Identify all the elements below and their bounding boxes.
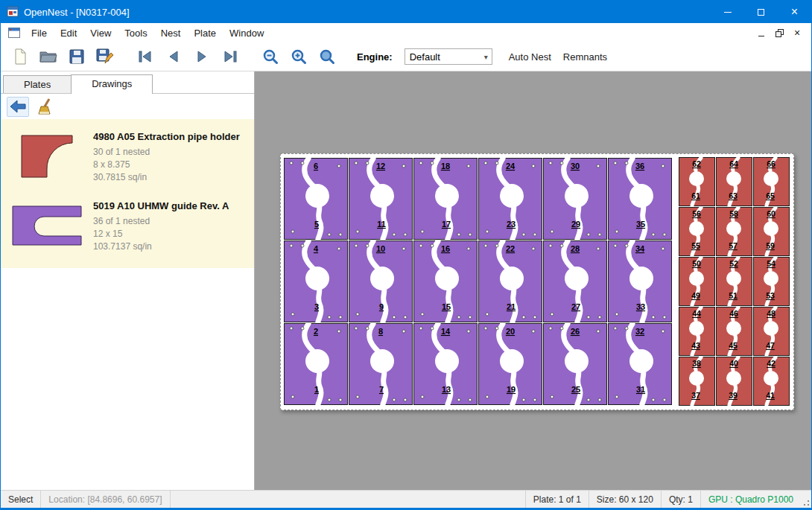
nest-part-pair[interactable]: 48 47	[753, 307, 790, 356]
nest-cell[interactable]: 48 47	[753, 307, 790, 356]
menu-view[interactable]: View	[83, 25, 118, 42]
close-button[interactable]: ×	[778, 1, 811, 23]
nest-cell[interactable]: 64 63	[716, 157, 752, 206]
minimize-button[interactable]	[711, 1, 744, 23]
nest-cell[interactable]: 8 7	[349, 323, 413, 405]
nest-part-pair[interactable]: 8 7	[349, 323, 413, 405]
nest-part-pair[interactable]: 58 57	[716, 207, 752, 256]
last-plate-button[interactable]	[220, 46, 241, 67]
mdi-minimize-icon[interactable]	[753, 26, 770, 39]
nest-part-pair[interactable]: 24 23	[478, 158, 542, 240]
nest-canvas[interactable]: 6 5 12 11 18 17 2	[255, 71, 811, 490]
nest-cell[interactable]: 66 65	[753, 157, 790, 206]
nest-cell[interactable]: 46 45	[716, 307, 752, 356]
remnants-button[interactable]: Remnants	[557, 48, 613, 66]
nest-cell[interactable]: 4 3	[284, 240, 348, 322]
nest-part-pair[interactable]: 30 29	[543, 158, 607, 240]
tab-drawings[interactable]: Drawings	[71, 74, 153, 94]
nest-part-pair[interactable]: 64 63	[716, 157, 752, 206]
nest-cell[interactable]: 6 5	[284, 158, 348, 240]
tab-plates[interactable]: Plates	[3, 75, 72, 93]
nest-cell[interactable]: 38 37	[679, 357, 715, 406]
nest-part-pair[interactable]: 20 19	[478, 323, 542, 405]
nest-cell[interactable]: 2 1	[284, 323, 348, 405]
nest-part-pair[interactable]: 38 37	[679, 357, 715, 406]
engine-dropdown[interactable]: Default ▾	[405, 48, 492, 65]
nest-part-pair[interactable]: 18 17	[413, 158, 478, 240]
open-button[interactable]	[38, 46, 59, 67]
nest-part-pair[interactable]: 42 41	[753, 357, 790, 406]
save-button[interactable]	[66, 46, 87, 67]
nest-cell[interactable]: 10 9	[349, 240, 413, 322]
menu-tools[interactable]: Tools	[118, 25, 153, 42]
nest-part-pair[interactable]: 34 33	[608, 240, 672, 322]
nest-cell[interactable]: 60 59	[753, 207, 790, 256]
nest-part-pair[interactable]: 54 53	[753, 257, 790, 306]
auto-nest-button[interactable]: Auto Nest	[503, 48, 557, 66]
next-plate-button[interactable]	[191, 46, 212, 67]
menu-window[interactable]: Window	[223, 25, 270, 42]
nest-cell[interactable]: 16 15	[413, 240, 478, 322]
nest-part-pair[interactable]: 44 43	[679, 307, 715, 356]
nest-cell[interactable]: 30 29	[543, 158, 607, 240]
nest-part-pair[interactable]: 2 1	[284, 323, 348, 405]
nest-cell[interactable]: 58 57	[716, 207, 752, 256]
nest-part-pair[interactable]: 56 55	[679, 207, 715, 256]
mdi-close-icon[interactable]: ×	[789, 26, 805, 39]
menu-nest[interactable]: Nest	[154, 25, 188, 42]
nest-cell[interactable]: 44 43	[679, 307, 715, 356]
save-as-button[interactable]	[95, 46, 115, 67]
menu-file[interactable]: File	[25, 25, 54, 42]
clear-button[interactable]	[35, 97, 57, 117]
nest-part-pair[interactable]: 6 5	[284, 158, 348, 240]
nest-cell[interactable]: 12 11	[349, 158, 413, 240]
nest-part-pair[interactable]: 28 27	[543, 240, 607, 322]
nest-part-pair[interactable]: 14 13	[413, 323, 478, 405]
mdi-restore-icon[interactable]	[771, 26, 787, 39]
nest-cell[interactable]: 40 39	[716, 357, 752, 406]
nest-cell[interactable]: 50 49	[679, 257, 715, 306]
previous-plate-button[interactable]	[163, 46, 184, 67]
nest-cell[interactable]: 52 51	[716, 257, 752, 306]
nest-part-pair[interactable]: 50 49	[679, 257, 715, 306]
menu-plate[interactable]: Plate	[187, 25, 223, 42]
nest-cell[interactable]: 26 25	[543, 323, 607, 405]
nest-part-pair[interactable]: 4 3	[284, 240, 348, 322]
nest-part-pair[interactable]: 12 11	[349, 158, 413, 240]
zoom-in-button[interactable]	[288, 46, 309, 67]
nest-part-pair[interactable]: 32 31	[608, 323, 672, 405]
nest-part-pair[interactable]: 66 65	[753, 157, 790, 206]
nest-cell[interactable]: 14 13	[413, 323, 478, 405]
nest-cell[interactable]: 36 35	[608, 158, 672, 240]
nest-cell[interactable]: 24 23	[478, 158, 542, 240]
nest-part-pair[interactable]: 52 51	[716, 257, 752, 306]
nest-cell[interactable]: 62 61	[679, 157, 715, 206]
assign-back-button[interactable]	[7, 97, 29, 117]
nest-part-pair[interactable]: 16 15	[413, 240, 478, 322]
first-plate-button[interactable]	[135, 46, 156, 67]
zoom-out-button[interactable]	[260, 46, 281, 67]
nest-cell[interactable]: 56 55	[679, 207, 715, 256]
zoom-fit-button[interactable]	[317, 46, 337, 67]
nest-part-pair[interactable]: 46 45	[716, 307, 752, 356]
menu-edit[interactable]: Edit	[54, 25, 83, 42]
plate[interactable]: 6 5 12 11 18 17 2	[280, 153, 794, 410]
nest-part-pair[interactable]: 36 35	[608, 158, 672, 240]
nest-cell[interactable]: 28 27	[543, 240, 607, 322]
nest-cell[interactable]: 18 17	[413, 158, 478, 240]
nest-part-pair[interactable]: 22 21	[478, 240, 542, 322]
nest-part-pair[interactable]: 60 59	[753, 207, 790, 256]
nest-cell[interactable]: 42 41	[753, 357, 790, 406]
nest-cell[interactable]: 22 21	[478, 240, 542, 322]
new-file-button[interactable]	[10, 46, 31, 67]
nest-cell[interactable]: 20 19	[478, 323, 542, 405]
nest-part-pair[interactable]: 10 9	[349, 240, 413, 322]
drawing-item-uhmw-guide[interactable]: 5019 A10 UHMW guide Rev. A 36 of 1 neste…	[1, 191, 254, 261]
nest-cell[interactable]: 54 53	[753, 257, 790, 306]
nest-part-pair[interactable]: 62 61	[679, 157, 715, 206]
nest-part-pair[interactable]: 26 25	[543, 323, 607, 405]
resize-grip[interactable]	[801, 491, 811, 508]
nest-cell[interactable]: 32 31	[608, 323, 672, 405]
nest-cell[interactable]: 34 33	[608, 240, 672, 322]
nest-part-pair[interactable]: 40 39	[716, 357, 752, 406]
